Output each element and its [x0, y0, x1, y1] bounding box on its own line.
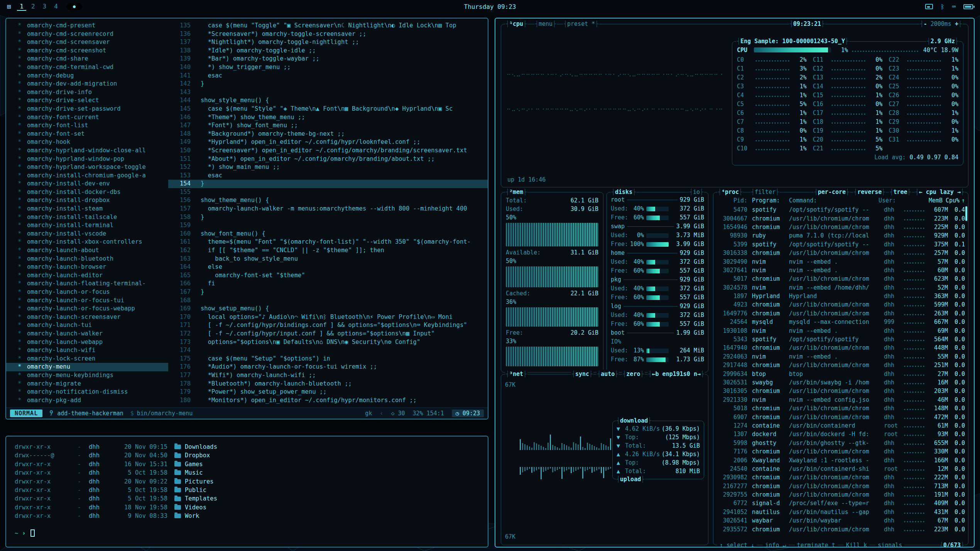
file-item[interactable]: *omarchy-launch-screensaver	[6, 313, 168, 322]
process-row[interactable]: 3016305chromium/usr/lib/chromium/chromdh…	[717, 387, 965, 395]
file-item[interactable]: *omarchy-launch-webapp	[6, 338, 168, 347]
code-line[interactable]: 142}	[168, 80, 488, 88]
process-row[interactable]: 1307dockerd/usr/bin/dockerd -H fd:root93…	[717, 430, 965, 438]
file-item[interactable]: *omarchy-pkg-add	[6, 396, 168, 405]
process-row[interactable]: 24564mysqldmysqld --max-connection999667…	[717, 318, 965, 326]
code-line[interactable]: 139 *Bar*) omarchy-toggle-waybar ;;	[168, 55, 488, 63]
process-row[interactable]: 24540containe/usr/bin/containerd-shiroot…	[717, 465, 965, 473]
process-row[interactable]: 3016338chromium/usr/lib/chromium/chromdh…	[717, 249, 965, 257]
code-line[interactable]: 154}	[168, 180, 488, 188]
code-line[interactable]: 166 fi	[168, 280, 488, 288]
workspace-button-1[interactable]: 1	[17, 3, 26, 11]
file-item[interactable]: *omarchy-launch-walker	[6, 330, 168, 338]
interval-plus-button[interactable]: +	[955, 20, 958, 28]
process-row[interactable]: 2006XwaylandXwayland :1 -rootless -dhh16…	[717, 456, 965, 464]
directory-name[interactable]: Music	[185, 468, 203, 477]
file-item[interactable]: *omarchy-install-xbox-controllers	[6, 238, 168, 246]
file-item[interactable]: *omarchy-install-chromium-google-a	[6, 172, 168, 180]
keyboard-icon[interactable]: ⌨	[952, 3, 956, 10]
process-scrollbar[interactable]	[965, 206, 967, 221]
file-item[interactable]: *omarchy-drive-info	[6, 88, 168, 97]
process-row[interactable]: 5470spotify/opt/spotify/spotify --dhh607…	[717, 206, 965, 214]
col-user[interactable]: User:	[879, 196, 899, 205]
file-item[interactable]: *omarchy-cmd-share	[6, 55, 168, 63]
code-line[interactable]: 146 *Theme*) show_theme_menu ;;	[168, 113, 488, 122]
filter-button[interactable]: filter	[750, 188, 780, 196]
file-item[interactable]: *omarchy-launch-wifi	[6, 346, 168, 355]
footer-action[interactable]: ↑ select ↓	[717, 541, 757, 548]
network-box-title[interactable]: ³net	[505, 370, 527, 378]
media-indicator[interactable]	[67, 3, 82, 10]
directory-name[interactable]: Dropbox	[185, 451, 210, 460]
code-line[interactable]: 140 *) show_trigger_menu ;;	[168, 63, 488, 72]
col-memb[interactable]: MemB	[922, 196, 943, 205]
code-line[interactable]: 141 esac	[168, 72, 488, 80]
file-item[interactable]: *omarchy-cmd-screensaver	[6, 38, 168, 47]
process-row[interactable]: 1897HyprlandHyprlanddhh363M0.0	[717, 292, 965, 300]
file-item[interactable]: *omarchy-launch-browser	[6, 263, 168, 271]
process-row[interactable]: 2929755chromium/usr/lib/chromium/chromdh…	[717, 490, 965, 499]
process-row[interactable]: 2941052nautilus/usr/bin/nautilus --gapdh…	[717, 508, 965, 516]
process-row[interactable]: 5017chromium/usr/lib/chromium/chromdhh62…	[717, 275, 965, 283]
process-row[interactable]: 98930rubypuma 7.1.0 (tcp://localdhh929M0…	[717, 231, 965, 240]
code-line[interactable]: 156show_theme_menu() {	[168, 196, 488, 205]
net-interface-selector[interactable]: ←b enp191s0 n→	[648, 370, 705, 378]
file-item[interactable]: *omarchy-launch-or-focus-webapp	[6, 305, 168, 313]
code-line[interactable]: 180 *Monitors*) open_in_editor ~/.config…	[168, 396, 488, 405]
code-editor[interactable]: 135 case $(menu "Toggle" "▣ Screensaver\…	[168, 19, 488, 407]
process-row[interactable]: 2924063nvimnvim --embed .dhh55M0.0	[717, 352, 965, 361]
process-row[interactable]: 1649776chromium/usr/lib/chromium/chromdh…	[717, 309, 965, 318]
process-row[interactable]: 5399spotify/opt/spotify/spotify --dhh375…	[717, 240, 965, 249]
file-item[interactable]: *omarchy-hyprland-window-close-all	[6, 147, 168, 155]
file-item[interactable]: *omarchy-launch-tui	[6, 321, 168, 330]
workspace-button-4[interactable]: 4	[51, 3, 61, 11]
code-line[interactable]: 176 *Audio*) omarchy-launch-or-focus-tui…	[168, 363, 488, 371]
battery-icon[interactable]	[963, 4, 973, 9]
workspace-switcher[interactable]: 1234	[17, 3, 61, 11]
file-item[interactable]: *omarchy-font-list	[6, 121, 168, 130]
proc-reverse-toggle[interactable]: reverse	[853, 188, 886, 196]
code-line[interactable]: 135 case $(menu "Toggle" "▣ Screensaver\…	[168, 22, 488, 30]
proc-tree-toggle[interactable]: tree	[889, 188, 911, 196]
code-line[interactable]: 173 options="$options\n▣ Defaults\n⌂ DNS…	[168, 338, 488, 347]
code-line[interactable]: 151 *About*) open_in_editor ~/.config/om…	[168, 155, 488, 163]
process-row[interactable]: 3027641nvimnvim --embed .dhh60M0.0	[717, 266, 965, 275]
code-line[interactable]: 145 case $(menu "Style" "◈ Theme\n▲ Font…	[168, 105, 488, 113]
process-row[interactable]: 3026531swaybg/usr/bin/swaybg -i /homdhh1…	[717, 378, 965, 387]
process-row[interactable]: 2917448chromium/usr/lib/chromium/chromdh…	[717, 361, 965, 369]
file-item[interactable]: *omarchy-font-set	[6, 130, 168, 138]
file-item[interactable]: *omarchy-launch-floating-terminal-	[6, 280, 168, 288]
footer-action[interactable]: info ↵	[763, 541, 788, 548]
code-line[interactable]: 161 theme=$(menu "Font" "$(omarchy-font-…	[168, 238, 488, 246]
code-line[interactable]: 144show_style_menu() {	[168, 96, 488, 105]
launcher-icon[interactable]: ⊞	[7, 3, 11, 10]
process-row[interactable]: 3026541waybar/usr/bin/waybardhh67M0.0	[717, 516, 965, 525]
file-item[interactable]: *omarchy-drive-select	[6, 96, 168, 105]
footer-action[interactable]: Kill k	[844, 541, 869, 548]
menu-button[interactable]: menu	[534, 20, 557, 28]
file-item[interactable]: *omarchy-hook	[6, 138, 168, 147]
process-row[interactable]: 6772signal-d/proc/self/exe --type=rdhh40…	[717, 499, 965, 507]
footer-action[interactable]: signals	[875, 541, 904, 548]
terminal-content[interactable]: drwxr-xr-x-dhh20 Nov 09:15Downloadsdrwx-…	[6, 436, 488, 544]
directory-name[interactable]: Videos	[185, 503, 206, 512]
process-row[interactable]: 2167277chromium/usr/lib/chromium/chromdh…	[717, 482, 965, 490]
file-item[interactable]: *omarchy-menu-keybindings	[6, 371, 168, 380]
interval-minus-button[interactable]: -	[924, 20, 927, 28]
process-row[interactable]: 2930982chromium/usr/lib/chromium/chromdh…	[717, 473, 965, 482]
file-item[interactable]: *omarchy-install-terminal	[6, 221, 168, 230]
shell-prompt[interactable]: ~ ›	[15, 529, 479, 538]
process-row[interactable]: 3004667chromium/usr/lib/chromium/chromdh…	[717, 214, 965, 222]
code-line[interactable]: 165 omarchy-font-set "$theme"	[168, 271, 488, 280]
process-row[interactable]: 2935572chromium/usr/lib/chromium/chromdh…	[717, 525, 965, 533]
process-table-header[interactable]: Pid: Program: Command: User: MemB Cpu% ↑	[717, 195, 965, 206]
directory-name[interactable]: Games	[185, 460, 203, 468]
footer-action[interactable]: terminate t	[795, 541, 838, 548]
file-item[interactable]: *omarchy-install-tailscale	[6, 213, 168, 222]
code-line[interactable]: 138 *Idle*) omarchy-toggle-idle ;;	[168, 47, 488, 55]
process-row[interactable]: 1647940chromium/usr/lib/chromium/chromdh…	[717, 344, 965, 352]
file-item[interactable]: *omarchy-font-current	[6, 113, 168, 122]
directory-name[interactable]: Public	[185, 486, 206, 494]
code-line[interactable]: 153 esac	[168, 172, 488, 180]
memory-box-title[interactable]: ²mem	[505, 188, 527, 196]
